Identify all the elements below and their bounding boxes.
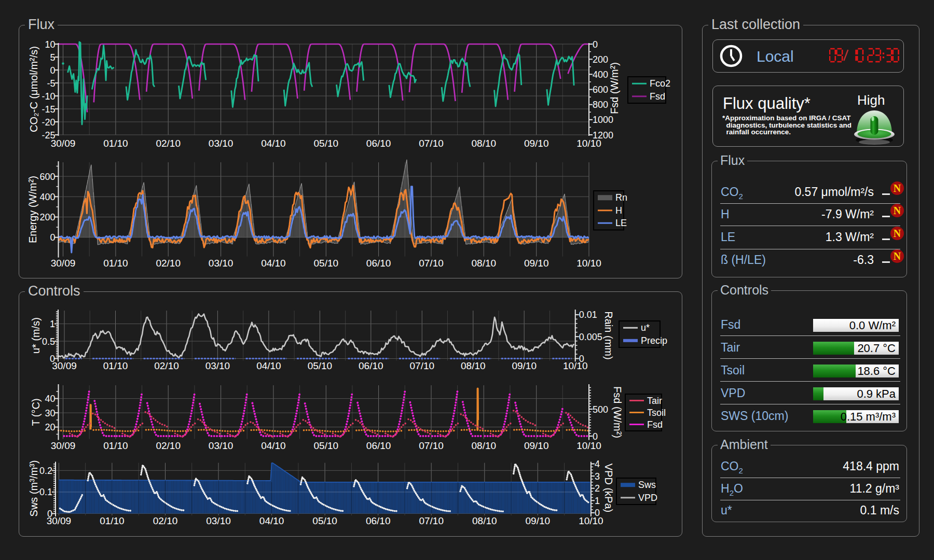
svg-text:03/10: 03/10 <box>209 440 233 451</box>
svg-text:07/10: 07/10 <box>419 440 444 451</box>
svg-text:01/10: 01/10 <box>103 360 128 371</box>
svg-text:200: 200 <box>39 212 55 222</box>
svg-text:09/10: 09/10 <box>512 360 537 371</box>
svg-text:03/10: 03/10 <box>205 360 230 371</box>
svg-text:06/10: 06/10 <box>366 515 391 526</box>
svg-text:0: 0 <box>50 232 55 243</box>
svg-text:04/10: 04/10 <box>261 258 286 269</box>
svg-text:06/10: 06/10 <box>366 258 391 269</box>
svg-text:-15: -15 <box>42 104 55 115</box>
svg-text:03/10: 03/10 <box>209 138 233 149</box>
svg-text:06/10: 06/10 <box>366 138 391 149</box>
svg-text:01/10: 01/10 <box>103 138 128 149</box>
svg-text:u* (m/s): u* (m/s) <box>30 317 42 354</box>
svg-text:30/09: 30/09 <box>51 258 76 269</box>
svg-text:07/10: 07/10 <box>419 515 444 526</box>
svg-text:08/10: 08/10 <box>461 360 486 371</box>
svg-text:30: 30 <box>45 408 55 418</box>
svg-text:30/09: 30/09 <box>52 360 77 371</box>
svg-text:600: 600 <box>593 85 608 95</box>
svg-text:06/10: 06/10 <box>366 440 391 451</box>
svg-text:600: 600 <box>39 172 55 182</box>
svg-text:LE: LE <box>615 218 627 228</box>
svg-text:03/10: 03/10 <box>209 258 233 269</box>
svg-text:01/10: 01/10 <box>103 258 128 269</box>
svg-text:02/10: 02/10 <box>153 515 178 526</box>
svg-text:0.2: 0.2 <box>39 466 52 476</box>
svg-text:09/10: 09/10 <box>524 258 549 269</box>
svg-text:1: 1 <box>50 319 55 329</box>
svg-text:Rain (mm): Rain (mm) <box>603 311 614 359</box>
svg-text:01/10: 01/10 <box>100 515 125 526</box>
svg-text:30/09: 30/09 <box>47 515 72 526</box>
svg-text:02/10: 02/10 <box>154 360 179 371</box>
svg-text:400: 400 <box>593 69 608 80</box>
svg-text:Fsd (W/m²): Fsd (W/m²) <box>609 62 620 114</box>
svg-text:Fco2: Fco2 <box>650 78 670 89</box>
svg-text:10: 10 <box>45 39 55 50</box>
svg-text:08/10: 08/10 <box>472 258 497 269</box>
svg-text:04/10: 04/10 <box>256 360 281 371</box>
svg-text:Fsd: Fsd <box>647 419 663 430</box>
svg-text:04/10: 04/10 <box>261 138 286 149</box>
svg-text:0.1: 0.1 <box>39 487 52 497</box>
svg-text:10/10: 10/10 <box>579 515 603 526</box>
svg-text:08/10: 08/10 <box>472 515 497 526</box>
svg-text:CO₂-C (μmol/m²/s): CO₂-C (μmol/m²/s) <box>28 46 39 132</box>
svg-text:09/10: 09/10 <box>524 440 549 451</box>
svg-text:10/10: 10/10 <box>576 440 601 451</box>
svg-text:07/10: 07/10 <box>419 138 444 149</box>
svg-text:VPD: VPD <box>638 493 657 503</box>
svg-text:Fsd: Fsd <box>650 91 665 102</box>
svg-text:0: 0 <box>593 39 598 50</box>
svg-text:09/10: 09/10 <box>526 515 551 526</box>
svg-text:Tair: Tair <box>647 396 662 406</box>
svg-text:-20: -20 <box>42 117 55 128</box>
svg-text:Precip: Precip <box>641 335 667 346</box>
svg-text:Rn: Rn <box>615 192 627 203</box>
svg-text:40: 40 <box>45 394 55 404</box>
svg-text:04/10: 04/10 <box>261 440 286 451</box>
svg-text:05/10: 05/10 <box>314 258 339 269</box>
svg-text:800: 800 <box>593 100 608 110</box>
svg-text:0: 0 <box>50 65 55 76</box>
svg-text:Fsd (W/m²): Fsd (W/m²) <box>612 386 623 438</box>
svg-text:02/10: 02/10 <box>156 138 181 149</box>
svg-text:0.005: 0.005 <box>579 332 602 342</box>
svg-text:Tsoil: Tsoil <box>647 408 666 418</box>
svg-text:05/10: 05/10 <box>312 515 337 526</box>
svg-text:05/10: 05/10 <box>308 360 333 371</box>
svg-text:T (°C): T (°C) <box>30 398 42 426</box>
svg-text:08/10: 08/10 <box>472 440 497 451</box>
svg-text:Sws (m³/m³): Sws (m³/m³) <box>28 460 39 517</box>
svg-text:04/10: 04/10 <box>259 515 284 526</box>
svg-text:5: 5 <box>50 52 55 63</box>
svg-text:02/10: 02/10 <box>156 440 181 451</box>
svg-text:500: 500 <box>593 404 608 415</box>
svg-text:01/10: 01/10 <box>103 440 128 451</box>
svg-text:06/10: 06/10 <box>359 360 383 371</box>
svg-text:05/10: 05/10 <box>314 440 339 451</box>
svg-text:10/10: 10/10 <box>576 258 601 269</box>
svg-text:VPD (kPa): VPD (kPa) <box>603 464 614 512</box>
svg-text:3: 3 <box>595 471 600 482</box>
svg-text:0.5: 0.5 <box>42 337 55 347</box>
svg-text:1: 1 <box>595 496 600 506</box>
svg-text:20: 20 <box>45 422 55 432</box>
svg-text:10/10: 10/10 <box>576 138 601 149</box>
svg-text:30/09: 30/09 <box>51 138 76 149</box>
svg-text:u*: u* <box>641 323 650 333</box>
svg-text:05/10: 05/10 <box>314 138 339 149</box>
svg-text:4: 4 <box>595 459 600 469</box>
svg-text:Sws: Sws <box>638 480 656 490</box>
svg-text:03/10: 03/10 <box>206 515 231 526</box>
svg-text:1000: 1000 <box>593 115 613 125</box>
svg-text:07/10: 07/10 <box>419 258 444 269</box>
svg-text:-10: -10 <box>42 91 55 102</box>
svg-text:2: 2 <box>595 483 600 494</box>
svg-text:400: 400 <box>39 192 55 202</box>
svg-text:Energy (W/m²): Energy (W/m²) <box>27 176 38 243</box>
svg-text:08/10: 08/10 <box>472 138 497 149</box>
svg-text:02/10: 02/10 <box>156 258 181 269</box>
svg-text:200: 200 <box>593 54 608 65</box>
